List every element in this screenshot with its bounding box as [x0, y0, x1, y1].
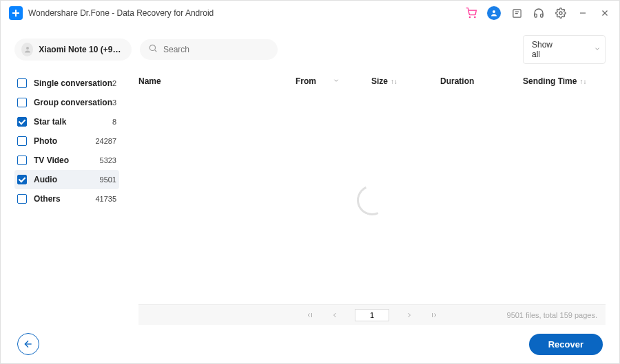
device-avatar-icon — [21, 43, 33, 56]
feedback-icon[interactable] — [510, 7, 523, 19]
svg-line-12 — [155, 50, 156, 52]
column-size[interactable]: Size ↑↓ — [371, 76, 440, 86]
chevron-down-icon — [333, 77, 340, 85]
svg-point-10 — [26, 47, 29, 50]
sidebar-item-label: Audio — [34, 175, 100, 184]
svg-point-2 — [469, 17, 470, 17]
svg-point-6 — [559, 12, 562, 14]
cart-icon[interactable] — [465, 7, 477, 19]
settings-icon[interactable] — [555, 7, 567, 19]
spinner-icon — [353, 180, 391, 219]
sidebar-item-label: Single conversation — [34, 78, 112, 88]
main-area: Xiaomi Note 10 (+92315... Show all Singl… — [1, 25, 619, 325]
sidebar-item-count: 24287 — [95, 137, 116, 145]
sidebar-item-count: 8 — [112, 118, 116, 126]
sidebar-item-label: Photo — [34, 136, 95, 146]
sidebar-item[interactable]: Group conversation3 — [14, 93, 119, 112]
column-from[interactable]: From — [296, 76, 371, 86]
search-icon — [148, 43, 158, 56]
device-selector[interactable]: Xiaomi Note 10 (+92315... — [14, 39, 132, 61]
close-icon[interactable] — [599, 7, 611, 19]
checkbox[interactable] — [17, 156, 27, 165]
column-duration[interactable]: Duration — [440, 76, 523, 86]
toolbar: Xiaomi Note 10 (+92315... Show all — [14, 35, 606, 64]
table-header: Name From Size ↑↓ Duration Sending Time … — [138, 74, 606, 96]
prev-page-icon[interactable] — [330, 310, 340, 320]
sidebar-item[interactable]: TV Video5323 — [14, 151, 119, 170]
chevron-down-icon — [594, 45, 601, 54]
minimize-icon[interactable] — [577, 7, 589, 19]
checkbox[interactable] — [17, 194, 27, 204]
footer: Recover — [1, 325, 619, 363]
sidebar-item-label: TV Video — [34, 156, 100, 165]
page-input[interactable] — [355, 309, 389, 321]
checkbox[interactable] — [17, 98, 27, 107]
pagination-bar: 9501 files, total 159 pages. — [138, 304, 606, 325]
sort-icon: ↑↓ — [391, 78, 397, 85]
sort-icon: ↑↓ — [579, 78, 586, 85]
sidebar: Single conversation2Group conversation3S… — [14, 74, 125, 325]
sidebar-item-count: 2 — [112, 79, 116, 87]
next-page-icon[interactable] — [404, 310, 414, 320]
search-bar[interactable] — [140, 39, 278, 60]
filter-label: Show all — [532, 40, 552, 59]
svg-point-11 — [149, 45, 155, 50]
checkbox[interactable] — [17, 117, 27, 127]
column-name[interactable]: Name — [138, 76, 296, 86]
sidebar-item-count: 9501 — [100, 175, 116, 184]
back-button[interactable] — [17, 333, 39, 355]
svg-point-3 — [475, 17, 475, 17]
sidebar-item-label: Group conversation — [34, 98, 112, 107]
svg-point-4 — [493, 10, 495, 13]
checkbox[interactable] — [17, 136, 27, 146]
checkbox[interactable] — [17, 78, 27, 88]
sidebar-item-count: 3 — [112, 98, 116, 107]
app-title: Wondershare Dr.Fone - Data Recovery for … — [28, 8, 465, 18]
titlebar: Wondershare Dr.Fone - Data Recovery for … — [1, 1, 619, 25]
checkbox[interactable] — [17, 175, 27, 184]
recover-button[interactable]: Recover — [529, 334, 603, 355]
search-input[interactable] — [163, 45, 269, 54]
loading-area — [138, 96, 606, 304]
app-logo-icon — [9, 6, 23, 20]
content-row: Single conversation2Group conversation3S… — [14, 74, 606, 325]
sidebar-item[interactable]: Audio9501 — [14, 170, 119, 189]
sidebar-item[interactable]: Others41735 — [14, 189, 119, 208]
support-icon[interactable] — [533, 7, 545, 19]
sidebar-item-count: 41735 — [95, 195, 116, 203]
titlebar-actions — [465, 6, 611, 20]
svg-rect-1 — [12, 12, 19, 14]
first-page-icon[interactable] — [305, 310, 315, 320]
user-account-icon[interactable] — [487, 6, 501, 20]
filter-dropdown[interactable]: Show all — [523, 35, 606, 64]
last-page-icon[interactable] — [429, 310, 439, 320]
sidebar-item-label: Others — [34, 194, 95, 204]
sidebar-item[interactable]: Single conversation2 — [14, 74, 119, 93]
table-area: Name From Size ↑↓ Duration Sending Time … — [125, 74, 606, 325]
sidebar-item-label: Star talk — [34, 117, 112, 127]
sidebar-item[interactable]: Star talk8 — [14, 112, 119, 131]
sidebar-item-count: 5323 — [100, 156, 116, 164]
device-name: Xiaomi Note 10 (+92315... — [39, 45, 125, 54]
column-sending[interactable]: Sending Time ↑↓ — [523, 76, 606, 86]
sidebar-item[interactable]: Photo24287 — [14, 131, 119, 151]
page-status: 9501 files, total 159 pages. — [507, 311, 597, 319]
